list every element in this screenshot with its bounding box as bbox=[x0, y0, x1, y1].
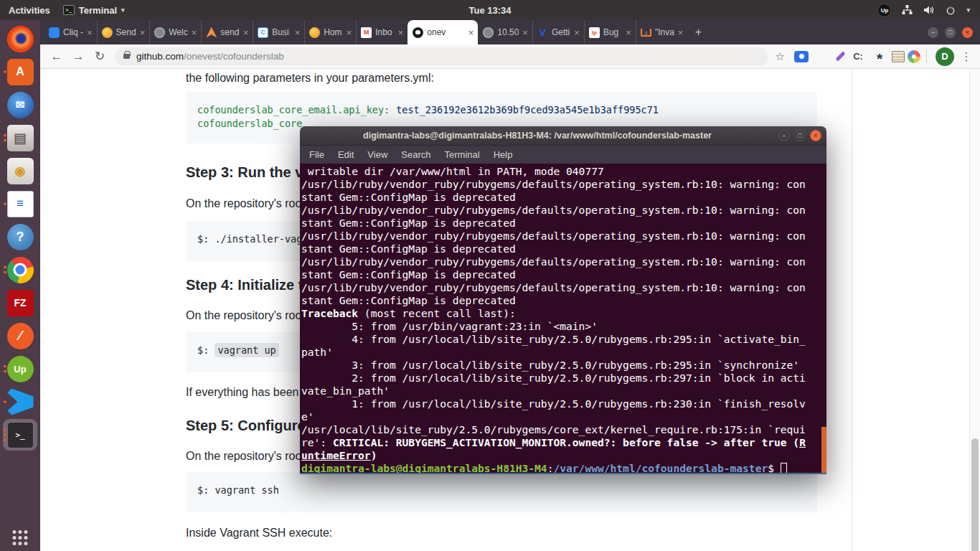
tab-close-icon[interactable]: × bbox=[243, 27, 249, 38]
back-button[interactable]: ← bbox=[46, 50, 67, 64]
page-scrollbar[interactable] bbox=[969, 69, 980, 551]
github-icon bbox=[413, 27, 423, 38]
minimize-button[interactable]: − bbox=[928, 27, 938, 38]
tab-close-icon[interactable]: × bbox=[468, 27, 474, 38]
extension-screenshot-icon[interactable] bbox=[794, 51, 809, 62]
terminal-line: path' bbox=[301, 346, 826, 359]
reload-button[interactable]: ↻ bbox=[89, 49, 110, 64]
browser-tab-zoho-send[interactable]: send× bbox=[201, 20, 253, 44]
tab-close-icon[interactable]: × bbox=[295, 27, 301, 38]
globe-icon bbox=[483, 27, 494, 38]
dock-item-chrome[interactable] bbox=[3, 254, 37, 286]
profile-avatar[interactable]: D bbox=[936, 47, 954, 66]
tab-close-icon[interactable]: × bbox=[626, 27, 631, 38]
clock[interactable]: Tue 13:34 bbox=[0, 5, 980, 16]
terminal-scrollbar[interactable] bbox=[821, 427, 826, 474]
terminal-titlebar[interactable]: digimantra-labs@digimantralabs-H81H3-M4:… bbox=[300, 126, 826, 146]
network-icon[interactable] bbox=[902, 5, 913, 15]
terminal-line: stant Gem::ConfigMap is deprecated bbox=[301, 191, 826, 204]
tab-close-icon[interactable]: × bbox=[347, 27, 352, 38]
browser-tab-launchpad[interactable]: Bug× bbox=[584, 20, 636, 44]
extension-clickup-icon[interactable] bbox=[849, 48, 867, 65]
browser-tab-stackoverflow[interactable]: "Inva× bbox=[636, 20, 688, 44]
dock-item-upwork[interactable]: Up bbox=[3, 353, 37, 385]
terminal-close-button[interactable]: × bbox=[810, 130, 821, 141]
terminal-app-icon: >_ bbox=[63, 5, 75, 15]
bookmark-star-icon[interactable]: ☆ bbox=[776, 50, 785, 63]
filezilla-icon: FZ bbox=[7, 290, 34, 316]
dock-item-help[interactable]: ? bbox=[3, 221, 37, 253]
app-menu[interactable]: >_ Terminal ▾ bbox=[63, 5, 125, 16]
dock-item-thunderbird[interactable]: ✉ bbox=[3, 89, 37, 121]
terminal-line: re': CRITICAL: RUBYGEMS_ACTIVATION_MONIT… bbox=[301, 436, 826, 449]
show-applications-button[interactable] bbox=[13, 530, 28, 545]
zoho-send-icon bbox=[206, 27, 217, 38]
browser-tab-amber-dot[interactable]: Send× bbox=[97, 20, 150, 44]
terminal-menu-help[interactable]: Help bbox=[494, 149, 513, 160]
terminal-menu-terminal[interactable]: Terminal bbox=[445, 149, 480, 160]
extension-palette-icon[interactable] bbox=[908, 50, 920, 63]
browser-tab-cliq[interactable]: Cliq -× bbox=[44, 20, 97, 44]
browser-tab-clickup[interactable]: Busi× bbox=[253, 20, 304, 44]
extension-player-icon[interactable] bbox=[814, 48, 832, 65]
dock-item-rhythmbox[interactable]: ◉ bbox=[3, 155, 37, 187]
launchpad-icon bbox=[589, 27, 600, 38]
upwork-tray-icon[interactable]: Up bbox=[877, 4, 891, 17]
terminal-menubar: FileEditViewSearchTerminalHelp bbox=[300, 146, 826, 164]
browser-tab-vagrant[interactable]: Getti× bbox=[532, 20, 584, 44]
dock-item-files[interactable]: ▤ bbox=[3, 122, 37, 154]
terminal-minimize-button[interactable]: − bbox=[778, 130, 790, 141]
tab-title: Bug bbox=[603, 27, 622, 37]
tab-close-icon[interactable]: × bbox=[140, 27, 146, 38]
new-tab-button[interactable]: + bbox=[687, 20, 709, 44]
volume-icon[interactable] bbox=[923, 5, 935, 15]
terminal-maximize-button[interactable]: □ bbox=[794, 130, 806, 141]
tab-close-icon[interactable]: × bbox=[398, 27, 404, 38]
browser-tab-globe[interactable]: Welc× bbox=[149, 20, 201, 44]
power-icon[interactable] bbox=[946, 5, 956, 15]
terminal-window: digimantra-labs@digimantralabs-H81H3-M4:… bbox=[300, 126, 826, 474]
terminal-line: 1: from /usr/local/lib/site_ruby/2.5.0/r… bbox=[301, 397, 826, 410]
dock-item-firefox[interactable] bbox=[3, 23, 37, 55]
yaml-key: cofounderslab_core_email.api_key: bbox=[197, 104, 390, 116]
terminal-menu-edit[interactable]: Edit bbox=[338, 149, 354, 160]
extension-bug-icon[interactable] bbox=[870, 48, 889, 65]
desktop: Activities >_ Terminal ▾ Tue 13:34 Up ▾ … bbox=[0, 0, 980, 551]
extension-notes-icon[interactable] bbox=[892, 51, 905, 62]
rhythmbox-icon: ◉ bbox=[7, 158, 34, 184]
dock-item-filezilla[interactable]: FZ bbox=[3, 287, 37, 319]
browser-tab-github[interactable]: onev× bbox=[407, 20, 478, 44]
tab-close-icon[interactable]: × bbox=[574, 27, 580, 38]
extension-feather-icon[interactable] bbox=[835, 51, 845, 61]
close-button[interactable]: × bbox=[962, 27, 973, 38]
browser-menu-button[interactable]: ⋮ bbox=[958, 50, 974, 63]
dock-item-terminal[interactable]: >_ bbox=[3, 419, 37, 451]
tab-close-icon[interactable]: × bbox=[87, 27, 93, 38]
forward-button[interactable]: → bbox=[67, 50, 89, 64]
tab-close-icon[interactable]: × bbox=[522, 27, 528, 38]
running-indicator bbox=[4, 365, 6, 373]
tab-title: 10.50 bbox=[497, 27, 519, 37]
terminal-menu-view[interactable]: View bbox=[367, 149, 387, 160]
dock-item-vscode[interactable] bbox=[3, 386, 37, 418]
activities-button[interactable]: Activities bbox=[9, 5, 50, 16]
browser-tab-globe[interactable]: 10.50× bbox=[478, 20, 532, 44]
address-bar[interactable]: github.com/onevest/cofounderslab bbox=[115, 47, 768, 66]
terminal-menu-file[interactable]: File bbox=[309, 149, 324, 160]
terminal-line: vate_bin_path' bbox=[301, 385, 826, 397]
terminal-line: writable dir /var/www/html in PATH, mode… bbox=[301, 165, 826, 178]
maximize-button[interactable]: □ bbox=[945, 27, 956, 38]
vagrant-icon bbox=[537, 27, 548, 38]
dock-item-libreoffice-writer[interactable]: ≡ bbox=[3, 188, 37, 220]
dock-item-ubuntu-software[interactable]: A bbox=[3, 56, 37, 88]
chevron-down-icon[interactable]: ▾ bbox=[966, 6, 970, 14]
page-scrollbar-thumb[interactable] bbox=[971, 438, 979, 551]
tab-close-icon[interactable]: × bbox=[192, 27, 197, 38]
dock-item-postman[interactable]: ∕ bbox=[3, 320, 37, 352]
browser-tab-amber-dot[interactable]: Hom× bbox=[304, 20, 356, 44]
browser-tab-gmail[interactable]: Inbo× bbox=[356, 20, 407, 44]
terminal-menu-search[interactable]: Search bbox=[401, 149, 430, 160]
tab-close-icon[interactable]: × bbox=[678, 27, 684, 38]
terminal-line: stant Gem::ConfigMap is deprecated bbox=[301, 268, 826, 281]
url-host: github.com bbox=[136, 51, 184, 62]
